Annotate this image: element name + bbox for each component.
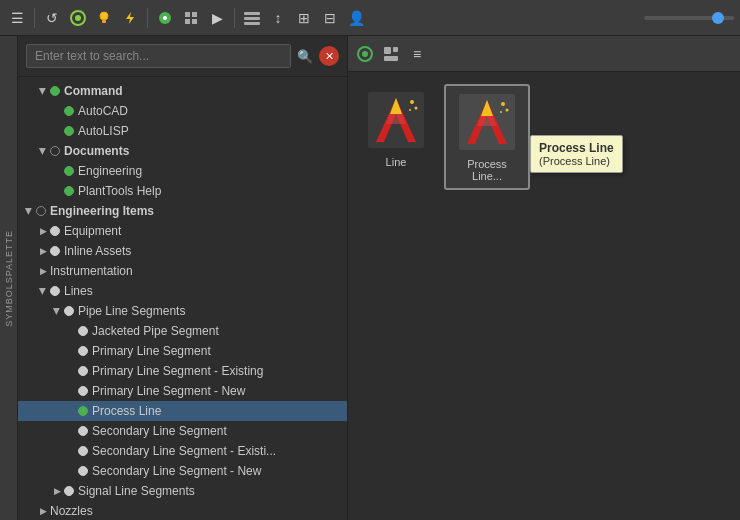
second-toolbar-icon1[interactable] [354,43,376,65]
tree-arrow-command: ▶ [36,84,50,98]
search-button[interactable]: 🔍 [295,46,315,66]
tree-dot-primary-line [78,346,88,356]
tree-item-secondary-existing[interactable]: Secondary Line Segment - Existi... [18,441,347,461]
second-toolbar: ≡ [348,36,740,72]
svg-point-32 [500,111,502,113]
sep1 [34,8,35,28]
tree-item-pipe-line-segs[interactable]: ▶ Pipe Line Segments [18,301,347,321]
tree-item-nozzles[interactable]: ▶ Nozzles [18,501,347,520]
symbol-icon-line [366,90,426,150]
tree-label-jacketed: Jacketed Pipe Segment [92,324,219,338]
tree-arrow-inline: ▶ [36,244,50,258]
tree-item-secondary-new[interactable]: Secondary Line Segment - New [18,461,347,481]
tree-item-documents[interactable]: ▶ Documents [18,141,347,161]
tree-dot-inline [50,246,60,256]
zoom-slider[interactable] [644,16,734,20]
toolbar-icon-lightning[interactable] [119,7,141,29]
symbol-label-line: Line [386,156,407,168]
toolbar-icon-edit[interactable] [67,7,89,29]
toolbar-icon-stack2[interactable]: ⊟ [319,7,341,29]
tree-dot-primary-new [78,386,88,396]
tree-label-lines: Lines [64,284,93,298]
tree-label-process-line: Process Line [92,404,161,418]
tree-item-command[interactable]: ▶ Command [18,81,347,101]
clear-button[interactable]: ✕ [319,46,339,66]
symbol-item-process-line[interactable]: Process Line... Process Line (Process Li… [444,84,530,190]
toolbar-icon-bulb[interactable] [93,7,115,29]
tree-label-primary-line: Primary Line Segment [92,344,211,358]
svg-point-1 [75,15,81,21]
tree-arrow-eng-items: ▶ [22,204,36,218]
symbol-icon-process-line [457,92,517,152]
tree-dot-command [50,86,60,96]
search-bar: 🔍 ✕ [18,36,347,77]
tree-label-autocad: AutoCAD [78,104,128,118]
tree-item-primary-line[interactable]: Primary Line Segment [18,341,347,361]
tree-label-nozzles: Nozzles [50,504,93,518]
tree-label-documents: Documents [64,144,129,158]
zoom-slider-thumb [712,12,724,24]
toolbar-icon-user[interactable]: 👤 [345,7,367,29]
tree-item-signal-line[interactable]: ▶ Signal Line Segments [18,481,347,501]
tree-label-primary-existing: Primary Line Segment - Existing [92,364,263,378]
svg-rect-8 [192,12,197,17]
tree-label-command: Command [64,84,123,98]
svg-point-2 [100,12,108,20]
svg-rect-11 [244,12,260,15]
tree-item-process-line[interactable]: Process Line [18,401,347,421]
tree-item-engineering[interactable]: Engineering [18,161,347,181]
svg-point-31 [506,109,509,112]
tree-item-secondary-seg[interactable]: Secondary Line Segment [18,421,347,441]
tree-container[interactable]: ▶ Command AutoCAD AutoLISP [18,77,347,520]
tree-label-secondary-new: Secondary Line Segment - New [92,464,261,478]
toolbar-icon-menu[interactable]: ☰ [6,7,28,29]
toolbar-icon-arrows[interactable]: ↕ [267,7,289,29]
tree-item-planttools[interactable]: PlantTools Help [18,181,347,201]
tree-arrow-nozzles: ▶ [36,504,50,518]
tree-dot-lines [50,286,60,296]
tree-item-equipment[interactable]: ▶ Equipment [18,221,347,241]
tree-item-autolisp[interactable]: AutoLISP [18,121,347,141]
tree-label-secondary-seg: Secondary Line Segment [92,424,227,438]
toolbar-icon-layers[interactable] [241,7,263,29]
tree-label-autolisp: AutoLISP [78,124,129,138]
symbol-tooltip: Process Line (Process Line) [530,135,623,173]
symbol-item-line[interactable]: Line [360,84,432,174]
tree-label-primary-new: Primary Line Segment - New [92,384,245,398]
tree-item-lines[interactable]: ▶ Lines [18,281,347,301]
toolbar-icon-grid[interactable] [180,7,202,29]
toolbar-icon-circle[interactable] [154,7,176,29]
tree-item-primary-new[interactable]: Primary Line Segment - New [18,381,347,401]
toolbar-icon-play[interactable]: ▶ [206,7,228,29]
tree-item-inline[interactable]: ▶ Inline Assets [18,241,347,261]
tree-dot-pipe [64,306,74,316]
tree-item-eng-items[interactable]: ▶ Engineering Items [18,201,347,221]
svg-point-6 [163,16,167,20]
tree-dot-signal [64,486,74,496]
tree-item-jacketed[interactable]: Jacketed Pipe Segment [18,321,347,341]
tree-item-instrumentation[interactable]: ▶ Instrumentation [18,261,347,281]
vertical-label-panel: SYMBOLSPALETTE [0,36,18,520]
tree-label-inline: Inline Assets [64,244,131,258]
svg-rect-9 [185,19,190,24]
tree-dot-planttools [64,186,74,196]
tree-item-primary-existing[interactable]: Primary Line Segment - Existing [18,361,347,381]
right-panel: ≡ [348,36,740,520]
tree-label-engineering: Engineering [78,164,142,178]
toolbar-icon-stack1[interactable]: ⊞ [293,7,315,29]
second-toolbar-icon3[interactable]: ≡ [406,43,428,65]
svg-rect-13 [244,22,260,25]
tree-dot-secondary-seg [78,426,88,436]
second-toolbar-icon2[interactable] [380,43,402,65]
svg-rect-7 [185,12,190,17]
toolbar-icon-refresh[interactable]: ↺ [41,7,63,29]
svg-point-23 [410,100,414,104]
tree-item-autocad[interactable]: AutoCAD [18,101,347,121]
svg-rect-10 [192,19,197,24]
sep2 [147,8,148,28]
zoom-slider-container [644,16,734,20]
tree-arrow-lines: ▶ [36,284,50,298]
tree-dot-secondary-existing [78,446,88,456]
search-input[interactable] [26,44,291,68]
svg-rect-12 [244,17,260,20]
